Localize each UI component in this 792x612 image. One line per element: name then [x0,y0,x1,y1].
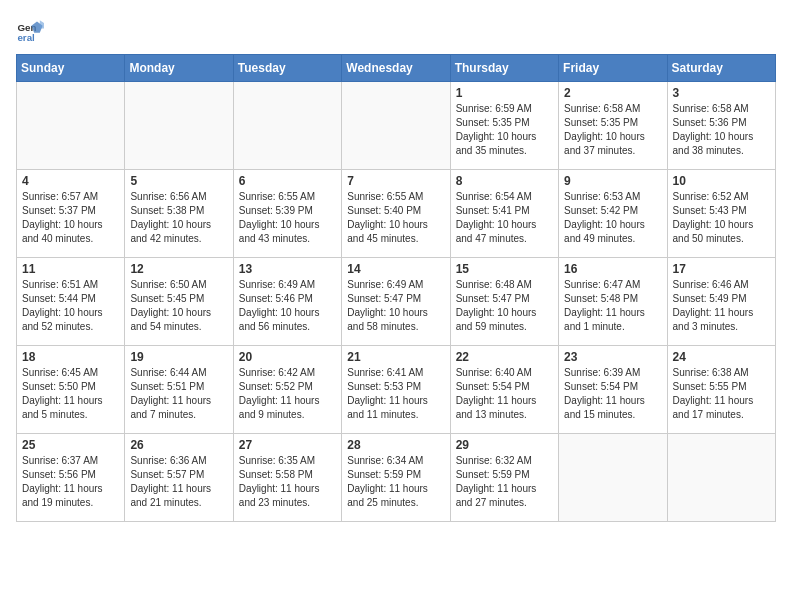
calendar-table: SundayMondayTuesdayWednesdayThursdayFrid… [16,54,776,522]
week-row-5: 25Sunrise: 6:37 AM Sunset: 5:56 PM Dayli… [17,434,776,522]
day-info: Sunrise: 6:42 AM Sunset: 5:52 PM Dayligh… [239,366,336,422]
week-row-3: 11Sunrise: 6:51 AM Sunset: 5:44 PM Dayli… [17,258,776,346]
week-row-1: 1Sunrise: 6:59 AM Sunset: 5:35 PM Daylig… [17,82,776,170]
header-sunday: Sunday [17,55,125,82]
day-number: 7 [347,174,444,188]
calendar-cell: 28Sunrise: 6:34 AM Sunset: 5:59 PM Dayli… [342,434,450,522]
day-number: 19 [130,350,227,364]
day-number: 8 [456,174,553,188]
header-friday: Friday [559,55,667,82]
day-number: 21 [347,350,444,364]
calendar-cell: 20Sunrise: 6:42 AM Sunset: 5:52 PM Dayli… [233,346,341,434]
day-info: Sunrise: 6:41 AM Sunset: 5:53 PM Dayligh… [347,366,444,422]
day-info: Sunrise: 6:50 AM Sunset: 5:45 PM Dayligh… [130,278,227,334]
week-row-4: 18Sunrise: 6:45 AM Sunset: 5:50 PM Dayli… [17,346,776,434]
day-info: Sunrise: 6:32 AM Sunset: 5:59 PM Dayligh… [456,454,553,510]
day-info: Sunrise: 6:44 AM Sunset: 5:51 PM Dayligh… [130,366,227,422]
calendar-cell: 8Sunrise: 6:54 AM Sunset: 5:41 PM Daylig… [450,170,558,258]
calendar-cell: 11Sunrise: 6:51 AM Sunset: 5:44 PM Dayli… [17,258,125,346]
logo: Gen eral [16,16,48,44]
day-info: Sunrise: 6:55 AM Sunset: 5:39 PM Dayligh… [239,190,336,246]
day-info: Sunrise: 6:38 AM Sunset: 5:55 PM Dayligh… [673,366,770,422]
calendar-cell: 10Sunrise: 6:52 AM Sunset: 5:43 PM Dayli… [667,170,775,258]
day-number: 29 [456,438,553,452]
calendar-cell [125,82,233,170]
day-info: Sunrise: 6:49 AM Sunset: 5:46 PM Dayligh… [239,278,336,334]
header-thursday: Thursday [450,55,558,82]
day-info: Sunrise: 6:56 AM Sunset: 5:38 PM Dayligh… [130,190,227,246]
day-info: Sunrise: 6:58 AM Sunset: 5:35 PM Dayligh… [564,102,661,158]
calendar-cell: 18Sunrise: 6:45 AM Sunset: 5:50 PM Dayli… [17,346,125,434]
day-info: Sunrise: 6:46 AM Sunset: 5:49 PM Dayligh… [673,278,770,334]
header-saturday: Saturday [667,55,775,82]
calendar-header-row: SundayMondayTuesdayWednesdayThursdayFrid… [17,55,776,82]
day-number: 26 [130,438,227,452]
calendar-cell: 14Sunrise: 6:49 AM Sunset: 5:47 PM Dayli… [342,258,450,346]
calendar-cell: 23Sunrise: 6:39 AM Sunset: 5:54 PM Dayli… [559,346,667,434]
calendar-cell: 2Sunrise: 6:58 AM Sunset: 5:35 PM Daylig… [559,82,667,170]
calendar-cell: 26Sunrise: 6:36 AM Sunset: 5:57 PM Dayli… [125,434,233,522]
svg-marker-3 [40,20,44,28]
day-number: 28 [347,438,444,452]
day-number: 1 [456,86,553,100]
day-number: 22 [456,350,553,364]
day-info: Sunrise: 6:51 AM Sunset: 5:44 PM Dayligh… [22,278,119,334]
calendar-body: 1Sunrise: 6:59 AM Sunset: 5:35 PM Daylig… [17,82,776,522]
calendar-cell: 27Sunrise: 6:35 AM Sunset: 5:58 PM Dayli… [233,434,341,522]
calendar-cell: 24Sunrise: 6:38 AM Sunset: 5:55 PM Dayli… [667,346,775,434]
day-number: 3 [673,86,770,100]
day-info: Sunrise: 6:39 AM Sunset: 5:54 PM Dayligh… [564,366,661,422]
day-number: 5 [130,174,227,188]
day-info: Sunrise: 6:37 AM Sunset: 5:56 PM Dayligh… [22,454,119,510]
calendar-cell: 15Sunrise: 6:48 AM Sunset: 5:47 PM Dayli… [450,258,558,346]
day-info: Sunrise: 6:36 AM Sunset: 5:57 PM Dayligh… [130,454,227,510]
calendar-cell: 25Sunrise: 6:37 AM Sunset: 5:56 PM Dayli… [17,434,125,522]
day-number: 11 [22,262,119,276]
calendar-cell: 4Sunrise: 6:57 AM Sunset: 5:37 PM Daylig… [17,170,125,258]
calendar-cell [233,82,341,170]
calendar-cell: 22Sunrise: 6:40 AM Sunset: 5:54 PM Dayli… [450,346,558,434]
day-number: 24 [673,350,770,364]
day-info: Sunrise: 6:47 AM Sunset: 5:48 PM Dayligh… [564,278,661,334]
day-number: 23 [564,350,661,364]
day-info: Sunrise: 6:57 AM Sunset: 5:37 PM Dayligh… [22,190,119,246]
day-info: Sunrise: 6:35 AM Sunset: 5:58 PM Dayligh… [239,454,336,510]
svg-text:eral: eral [17,32,35,43]
calendar-cell: 1Sunrise: 6:59 AM Sunset: 5:35 PM Daylig… [450,82,558,170]
calendar-cell: 3Sunrise: 6:58 AM Sunset: 5:36 PM Daylig… [667,82,775,170]
day-number: 20 [239,350,336,364]
day-number: 10 [673,174,770,188]
calendar-cell: 19Sunrise: 6:44 AM Sunset: 5:51 PM Dayli… [125,346,233,434]
day-info: Sunrise: 6:58 AM Sunset: 5:36 PM Dayligh… [673,102,770,158]
calendar-cell: 29Sunrise: 6:32 AM Sunset: 5:59 PM Dayli… [450,434,558,522]
day-number: 4 [22,174,119,188]
page-header: Gen eral [16,16,776,44]
calendar-cell: 21Sunrise: 6:41 AM Sunset: 5:53 PM Dayli… [342,346,450,434]
header-tuesday: Tuesday [233,55,341,82]
day-number: 9 [564,174,661,188]
calendar-cell: 13Sunrise: 6:49 AM Sunset: 5:46 PM Dayli… [233,258,341,346]
day-info: Sunrise: 6:49 AM Sunset: 5:47 PM Dayligh… [347,278,444,334]
day-number: 25 [22,438,119,452]
calendar-cell [342,82,450,170]
calendar-cell [559,434,667,522]
calendar-cell [667,434,775,522]
day-info: Sunrise: 6:40 AM Sunset: 5:54 PM Dayligh… [456,366,553,422]
day-number: 17 [673,262,770,276]
day-info: Sunrise: 6:52 AM Sunset: 5:43 PM Dayligh… [673,190,770,246]
day-info: Sunrise: 6:54 AM Sunset: 5:41 PM Dayligh… [456,190,553,246]
calendar-cell: 9Sunrise: 6:53 AM Sunset: 5:42 PM Daylig… [559,170,667,258]
day-number: 16 [564,262,661,276]
day-number: 18 [22,350,119,364]
day-number: 2 [564,86,661,100]
day-number: 13 [239,262,336,276]
calendar-cell: 6Sunrise: 6:55 AM Sunset: 5:39 PM Daylig… [233,170,341,258]
day-info: Sunrise: 6:53 AM Sunset: 5:42 PM Dayligh… [564,190,661,246]
day-info: Sunrise: 6:55 AM Sunset: 5:40 PM Dayligh… [347,190,444,246]
calendar-cell: 7Sunrise: 6:55 AM Sunset: 5:40 PM Daylig… [342,170,450,258]
day-info: Sunrise: 6:59 AM Sunset: 5:35 PM Dayligh… [456,102,553,158]
logo-icon: Gen eral [16,16,44,44]
day-number: 12 [130,262,227,276]
day-info: Sunrise: 6:48 AM Sunset: 5:47 PM Dayligh… [456,278,553,334]
week-row-2: 4Sunrise: 6:57 AM Sunset: 5:37 PM Daylig… [17,170,776,258]
